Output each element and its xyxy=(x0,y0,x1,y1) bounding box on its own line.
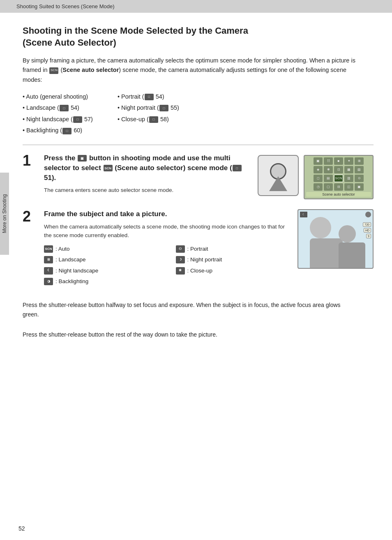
bullet-portrait: Portrait (□ 54) xyxy=(118,91,179,103)
step-2-preview-image: ☾ 720 xyxy=(297,209,374,269)
lcd-icon-19: ▣ xyxy=(355,183,364,191)
mode-icon-backlighting: ◑ xyxy=(44,278,53,285)
step-2-title: Frame the subject and take a picture. xyxy=(44,209,291,219)
icon-item-landscape: ⊞ : Landscape xyxy=(44,255,159,265)
book-icon-night-landscape: □ xyxy=(73,116,82,123)
lcd-icon-13: ▥ xyxy=(344,175,353,182)
lcd-icon-17: ⊟ xyxy=(334,183,343,191)
book-icon-portrait: □ xyxy=(145,94,154,100)
lcd-icon-8: ⊡ xyxy=(334,166,343,173)
person-body-2 xyxy=(339,242,365,268)
step-2-text: Frame the subject and take a picture. Wh… xyxy=(44,209,291,291)
side-tab-label: More on Shooting xyxy=(2,194,7,233)
bullet-auto: Auto (general shooting) xyxy=(23,91,93,103)
bullet-night-landscape: Night landscape (□ 57) xyxy=(23,114,93,125)
preview-badge-hd: HD xyxy=(364,228,371,233)
step-2-desc: When the camera automatically selects a … xyxy=(44,222,291,240)
mode-label-night-landscape: : Night landscape xyxy=(55,266,98,276)
section-divider xyxy=(23,145,374,145)
mode-label-auto: : Auto xyxy=(55,244,70,254)
book-icon-night-portrait: □ xyxy=(159,105,168,111)
lcd-icon-12: ▤ xyxy=(324,175,333,182)
mode-icon-closeup: ❀ xyxy=(176,267,185,275)
bullet-list-col2: Portrait (□ 54) Night portrait (□ 55) Cl… xyxy=(118,91,179,136)
camera-mode-icon: ▣ xyxy=(78,155,87,162)
lcd-icon-6: ◈ xyxy=(314,166,323,173)
step-1-text: Press the ▣ button in shooting mode and … xyxy=(44,153,251,199)
mode-icon-night-portrait: ☽ xyxy=(176,256,185,263)
lcd-icon-scn-selected: SCN xyxy=(334,175,343,182)
mode-icon-auto: SCN xyxy=(44,245,53,253)
intro-paragraph: By simply framing a picture, the camera … xyxy=(23,56,360,85)
lcd-icon-11: ◻ xyxy=(314,175,323,182)
mode-label-landscape: : Landscape xyxy=(55,255,86,265)
step-2-content: Frame the subject and take a picture. Wh… xyxy=(44,209,374,291)
bullet-landscape: Landscape (□ 54) xyxy=(23,102,93,114)
step-1-title: Press the ▣ button in shooting mode and … xyxy=(44,153,251,182)
person-silhouette-1 xyxy=(310,217,343,268)
book-icon-closeup: □ xyxy=(149,116,158,123)
lcd-icon-2: ☷ xyxy=(324,157,333,165)
preview-badges: 720 HD 9 xyxy=(363,222,371,238)
person-head-1 xyxy=(310,217,331,238)
icon-item-auto: SCN : Auto xyxy=(44,244,159,254)
preview-badge-720: 720 xyxy=(363,222,371,227)
bullet-closeup: Close-up (□ 58) xyxy=(118,114,179,125)
person-head-2 xyxy=(339,225,356,242)
lcd-icon-14: ⊙ xyxy=(355,175,364,182)
main-content: Shooting in the Scene Mode Selected by t… xyxy=(0,13,392,355)
mode-icon-portrait: ⚇ xyxy=(176,245,185,253)
lcd-icon-3: ■ xyxy=(334,157,343,165)
book-icon-step1: □ xyxy=(233,165,242,171)
lcd-icon-4: ✦ xyxy=(344,157,353,165)
page-title: Shooting in the Scene Mode Selected by t… xyxy=(23,25,374,48)
lcd-icon-15: ◷ xyxy=(314,183,323,191)
lcd-icon-1: ▣ xyxy=(314,157,323,165)
note-2: Press the shutter-release button the res… xyxy=(23,330,347,339)
preview-mode-icon: ☾ xyxy=(300,212,307,217)
mode-label-portrait: : Portrait xyxy=(187,244,208,254)
lcd-row-3: ◻ ▤ SCN ▥ ⊙ xyxy=(306,175,371,182)
preview-badge-num: 9 xyxy=(366,234,371,238)
lcd-row-1: ▣ ☷ ■ ✦ ⊞ xyxy=(306,157,371,165)
book-icon-landscape: □ xyxy=(60,105,69,111)
step-1-desc: The camera enters scene auto selector sc… xyxy=(44,186,251,195)
step-1-content: Press the ▣ button in shooting mode and … xyxy=(44,153,374,199)
lcd-icon-16: ▢ xyxy=(324,183,333,191)
step-1-number: 1 xyxy=(23,153,36,168)
icon-item-portrait: ⚇ : Portrait xyxy=(176,244,291,254)
scene-selector-icon-step1: SCN xyxy=(104,165,113,171)
camera-button-diagram xyxy=(258,155,299,196)
side-tab: More on Shooting xyxy=(0,173,9,255)
mode-label-night-portrait: : Night portrait xyxy=(187,255,222,265)
top-bar: Shooting Suited to Scenes (Scene Mode) xyxy=(0,0,392,13)
lcd-icon-7: ❋ xyxy=(324,166,333,173)
lcd-icon-10: ▧ xyxy=(355,166,364,173)
icon-item-closeup: ❀ : Close-up xyxy=(176,266,291,276)
scene-icons-grid: SCN : Auto ⚇ : Portrait ⊞ : Landscape xyxy=(44,244,291,286)
top-bar-text: Shooting Suited to Scenes (Scene Mode) xyxy=(16,3,114,9)
person-silhouette-2 xyxy=(339,225,365,268)
mode-label-backlighting: : Backlighting xyxy=(55,277,88,286)
mode-icon-landscape: ⊞ xyxy=(44,256,53,263)
note-1: Press the shutter-release button halfway… xyxy=(23,300,347,319)
scene-lcd-menu: ▣ ☷ ■ ✦ ⊞ ◈ ❋ ⊡ ▦ ▧ xyxy=(304,155,374,199)
mode-icon-night-landscape: ☾ xyxy=(44,267,53,275)
icon-item-backlighting: ◑ : Backlighting xyxy=(44,277,159,286)
step-1-images: ▣ ☷ ■ ✦ ⊞ ◈ ❋ ⊡ ▦ ▧ xyxy=(258,155,374,199)
bullet-backlighting: Backlighting (□ 60) xyxy=(23,125,93,136)
scene-selector-icon: SCN xyxy=(49,67,58,74)
lcd-row-2: ◈ ❋ ⊡ ▦ ▧ xyxy=(306,166,371,173)
book-icon-backlighting: □ xyxy=(62,128,71,134)
bullet-list-col1: Auto (general shooting) Landscape (□ 54)… xyxy=(23,91,93,136)
bullet-night-portrait: Night portrait (□ 55) xyxy=(118,102,179,114)
step-1: 1 Press the ▣ button in shooting mode an… xyxy=(23,153,374,199)
person-body-1 xyxy=(310,238,343,268)
lcd-icon-18: ◫ xyxy=(344,183,353,191)
step-2: 2 Frame the subject and take a picture. … xyxy=(23,209,374,291)
lcd-icon-5: ⊞ xyxy=(355,157,364,165)
icon-item-night-landscape: ☾ : Night landscape xyxy=(44,266,159,276)
page-number: 52 xyxy=(18,525,25,532)
arrow-up-icon xyxy=(269,176,287,191)
step-2-number: 2 xyxy=(23,209,36,224)
